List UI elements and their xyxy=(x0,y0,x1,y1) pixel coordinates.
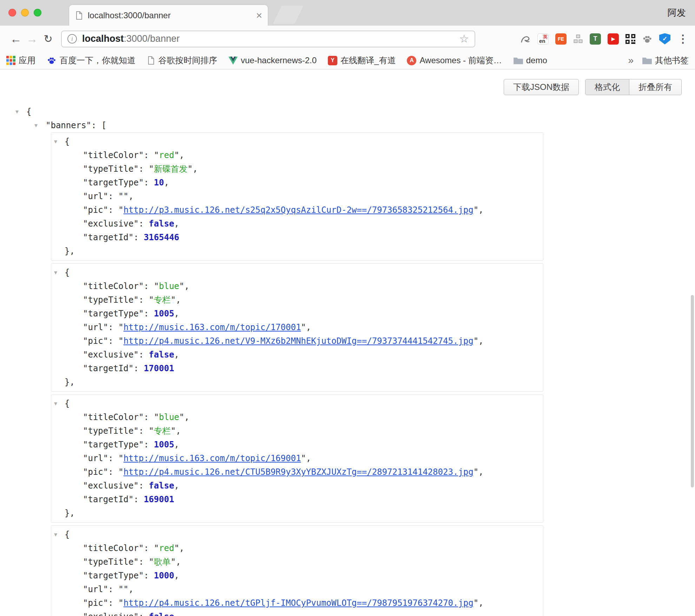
json-number: 170001 xyxy=(144,363,174,373)
json-punctuation: , xyxy=(176,426,181,436)
translate-extension-icon[interactable]: 英en xyxy=(537,33,549,45)
json-line: "targetId": 170001 xyxy=(51,362,543,375)
collapse-toggle-icon[interactable]: ▼ xyxy=(54,135,57,149)
json-punctuation: " xyxy=(83,178,88,188)
json-punctuation: ": xyxy=(139,281,154,291)
t-shield-extension-icon[interactable]: T xyxy=(590,33,601,45)
collapse-toggle-icon[interactable]: ▼ xyxy=(54,266,57,280)
new-tab-button[interactable] xyxy=(273,6,303,24)
qr-code-extension-icon[interactable] xyxy=(626,34,635,44)
json-punctuation: " xyxy=(83,309,88,319)
back-button[interactable]: ← xyxy=(8,26,24,52)
youdao-icon: Y xyxy=(328,56,337,65)
json-link[interactable]: http://music.163.com/m/topic/169001 xyxy=(124,453,301,463)
json-punctuation: ": xyxy=(103,322,118,332)
paw-extension-icon[interactable] xyxy=(642,34,653,44)
bookmark-label: vue-hackernews-2.0 xyxy=(241,55,317,65)
scrollbar-thumb[interactable] xyxy=(691,295,694,487)
collapse-all-button[interactable]: 折叠所有 xyxy=(629,79,682,95)
bookmark-star-icon[interactable]: ☆ xyxy=(459,32,469,45)
json-punctuation: , xyxy=(176,295,181,305)
bookmark-item-awesomes[interactable]: AAwesomes - 前端资… xyxy=(407,55,502,66)
json-punctuation: " xyxy=(118,598,123,608)
json-string: red xyxy=(159,150,174,160)
json-punctuation: , xyxy=(128,191,133,201)
reload-button[interactable]: ↻ xyxy=(40,26,56,52)
other-bookmarks-label: 其他书签 xyxy=(655,55,689,66)
format-button[interactable]: 格式化 xyxy=(585,79,629,95)
json-punctuation: ": xyxy=(134,164,149,174)
json-punctuation: " xyxy=(83,467,88,477)
json-punctuation: ": xyxy=(134,557,149,567)
json-line: ▼{ xyxy=(51,397,543,411)
json-boolean: false xyxy=(149,481,174,491)
json-punctuation: " xyxy=(83,453,88,463)
json-link[interactable]: http://p4.music.126.net/V9-MXz6b2MNhEKju… xyxy=(124,336,474,346)
other-bookmarks-folder[interactable]: 其他书签 xyxy=(642,55,689,66)
collapse-toggle-icon[interactable]: ▼ xyxy=(54,397,57,411)
security-shield-extension-icon[interactable]: ✓ xyxy=(659,33,670,45)
json-line: "typeTitle": "专栏", xyxy=(51,293,543,307)
json-punctuation: ": xyxy=(134,350,149,360)
json-line: ▼{ xyxy=(51,528,543,542)
json-link[interactable]: http://p4.music.126.net/CTU5B9R9y3XyYBZX… xyxy=(124,467,474,477)
json-line: "targetType": 10, xyxy=(51,176,543,190)
browser-tab[interactable]: localhost:3000/banner × xyxy=(69,5,268,26)
json-key: exclusive xyxy=(88,350,133,360)
bookmark-item-vue-hackernews[interactable]: vue-hackernews-2.0 xyxy=(229,55,317,65)
close-window-button[interactable] xyxy=(8,9,16,17)
download-json-button[interactable]: 下载JSON数据 xyxy=(504,79,579,95)
forward-button[interactable]: → xyxy=(24,26,40,52)
viewer-buttons: 下载JSON数据 格式化 折叠所有 xyxy=(504,79,682,95)
bookmark-item-apps[interactable]: 应用 xyxy=(6,55,35,66)
profile-name[interactable]: 阿发 xyxy=(668,0,686,26)
json-link[interactable]: http://music.163.com/m/topic/170001 xyxy=(124,322,301,332)
tab-close-icon[interactable]: × xyxy=(256,10,262,21)
bookmark-item-demo[interactable]: demo xyxy=(513,55,547,65)
json-key: targetId xyxy=(88,494,128,504)
info-icon[interactable]: i xyxy=(67,34,77,44)
json-punctuation: ": xyxy=(134,426,149,436)
minimize-window-button[interactable] xyxy=(21,9,29,17)
collapse-toggle-icon[interactable]: ▼ xyxy=(54,528,57,542)
json-punctuation: , xyxy=(478,467,483,477)
json-string: 歌单 xyxy=(154,557,171,567)
collapse-toggle-icon[interactable]: ▼ xyxy=(15,105,19,119)
json-punctuation: " xyxy=(179,412,184,422)
collapse-toggle-icon[interactable]: ▼ xyxy=(34,119,38,132)
bookmark-item-youdao[interactable]: Y在线翻译_有道 xyxy=(328,55,396,66)
json-empty-string: "" xyxy=(118,584,128,594)
json-key: targetType xyxy=(88,571,139,581)
address-bar[interactable]: i localhost :3000/banner ☆ xyxy=(61,31,475,47)
json-punctuation: , xyxy=(174,571,179,581)
json-punctuation: ": xyxy=(103,584,118,594)
json-key: typeTitle xyxy=(88,295,133,305)
json-punctuation: " xyxy=(154,281,159,291)
json-line: "targetType": 1005, xyxy=(51,438,543,452)
youtube-extension-icon[interactable]: ▶ xyxy=(608,33,619,45)
json-line: "pic": "http://p4.music.126.net/CTU5B9R9… xyxy=(51,465,543,479)
zoom-window-button[interactable] xyxy=(34,9,41,17)
org-chart-extension-icon[interactable] xyxy=(573,34,583,44)
browser-menu-icon[interactable]: ⋮ xyxy=(677,32,687,45)
json-punctuation: " xyxy=(154,543,159,553)
json-punctuation: ": xyxy=(134,612,149,616)
bookmarks-overflow-chevron[interactable]: » xyxy=(625,55,636,66)
json-key: url xyxy=(88,453,103,463)
bookmark-item-google-sort[interactable]: 谷歌按时间排序 xyxy=(147,55,217,66)
json-empty-string: "" xyxy=(118,191,128,201)
json-line: "typeTitle": "歌单", xyxy=(51,555,543,569)
json-punctuation: " xyxy=(83,336,88,346)
sketch-extension-icon[interactable] xyxy=(520,34,531,44)
json-punctuation: ": xyxy=(103,205,118,215)
bookmark-item-baidu[interactable]: 百度一下，你就知道 xyxy=(47,55,135,66)
json-punctuation: " xyxy=(149,295,154,305)
page-favicon-icon xyxy=(75,11,83,20)
fe-extension-icon[interactable]: FE xyxy=(555,33,567,45)
json-key: titleColor xyxy=(88,543,139,553)
json-link[interactable]: http://p4.music.126.net/tGPljf-IMOCyPvum… xyxy=(124,598,474,608)
json-punctuation: " xyxy=(83,598,88,608)
json-link[interactable]: http://p3.music.126.net/s25q2x5QyqsAzilC… xyxy=(124,205,474,215)
json-line: "targetId": 169001 xyxy=(51,493,543,506)
json-string: blue xyxy=(159,281,179,291)
